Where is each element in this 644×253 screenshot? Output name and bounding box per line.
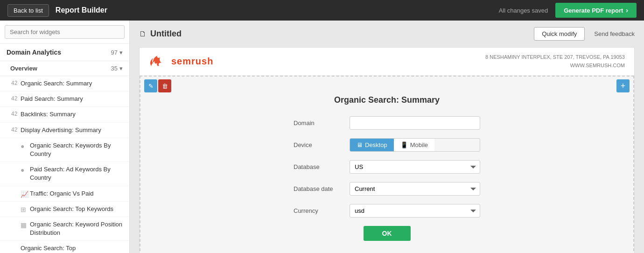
page-header: 🗋 Untitled Quick modify Send feedback [130, 21, 644, 47]
item-label: Organic Search: Top Keywords [30, 205, 123, 213]
bar-icon: ▦ [21, 221, 27, 227]
database-select-wrapper: US UK CA AU DE FR [350, 160, 480, 174]
desktop-button[interactable]: 🖥 Desktop [350, 139, 394, 151]
page-title: Untitled [150, 29, 182, 39]
item-number: 42 [7, 110, 19, 118]
mobile-label: Mobile [410, 141, 428, 148]
page-header-right: Quick modify Send feedback [534, 27, 635, 41]
sidebar: Domain Analytics 97 ▾ Overview 35 ▾ 42 O… [0, 21, 130, 253]
overview-label: Overview [10, 65, 37, 72]
list-item[interactable]: Organic Search: Top [0, 241, 129, 253]
list-item[interactable]: 42 Display Advertising: Summary [0, 123, 129, 138]
page-title-area: 🗋 Untitled [139, 29, 182, 39]
add-widget-button[interactable]: + [616, 79, 630, 92]
list-item[interactable]: ● Paid Search: Ad Keywords By Country [0, 162, 129, 186]
widget-form: Organic Search: Summary Domain Device [140, 76, 634, 253]
logo-flame-icon [149, 56, 168, 68]
mobile-icon: 📱 [400, 141, 408, 148]
company-address: 8 NESHAMINY INTERPLEX, STE 207, TREVOSE,… [485, 53, 625, 70]
send-feedback-link[interactable]: Send feedback [594, 30, 635, 37]
save-status: All changes saved [499, 7, 548, 14]
form-title: Organic Search: Summary [150, 95, 624, 105]
form-row-domain: Domain [294, 116, 480, 130]
item-number: 42 [7, 79, 19, 87]
device-toggle-wrapper: 🖥 Desktop 📱 Mobile [350, 138, 480, 152]
item-number: 42 [7, 95, 19, 103]
database-label: Database [294, 163, 350, 170]
item-label: Organic Search: Summary [21, 79, 123, 88]
currency-select[interactable]: usd eur gbp [350, 204, 480, 218]
app-title: Report Builder [56, 6, 107, 14]
device-label: Device [294, 141, 350, 148]
back-to-list-button[interactable]: Back to list [7, 4, 49, 17]
domain-input[interactable] [350, 116, 480, 130]
item-label: Organic Search: Keywords By Country [30, 141, 123, 158]
sidebar-search-area [0, 21, 129, 44]
list-item[interactable]: 42 Paid Search: Summary [0, 91, 129, 107]
search-input[interactable] [5, 25, 125, 39]
item-label: Organic Search: Keyword Position Distrib… [30, 220, 123, 237]
database-date-select[interactable]: Current Previous [350, 182, 480, 196]
circle-icon: ● [21, 166, 27, 172]
logo-text: semrush [171, 56, 213, 67]
domain-label: Domain [294, 119, 350, 126]
currency-label: Currency [294, 207, 350, 214]
mobile-button[interactable]: 📱 Mobile [394, 139, 434, 151]
item-label: Organic Search: Top [21, 244, 123, 253]
item-label: Traffic: Organic Vs Paid [30, 190, 123, 198]
delete-widget-button[interactable]: 🗑 [158, 79, 171, 92]
currency-select-wrapper: usd eur gbp [350, 204, 480, 218]
desktop-label: Desktop [365, 141, 387, 148]
quick-modify-button[interactable]: Quick modify [534, 27, 585, 41]
domain-analytics-count: 97 ▾ [111, 49, 123, 56]
form-row-device: Device 🖥 Desktop 📱 Mobile [294, 138, 480, 152]
generate-pdf-button[interactable]: Generate PDF report › [555, 3, 637, 18]
form-row-database: Database US UK CA AU DE FR [294, 160, 480, 174]
company-header: semrush 8 NESHAMINY INTERPLEX, STE 207, … [140, 48, 634, 76]
content-area: 🗋 Untitled Quick modify Send feedback se… [130, 21, 644, 253]
chevron-down-icon-overview: ▾ [119, 65, 123, 72]
main-layout: Domain Analytics 97 ▾ Overview 35 ▾ 42 O… [0, 21, 644, 253]
widget-toolbar: ✎ 🗑 [140, 76, 176, 96]
circle-icon: ● [21, 142, 27, 148]
list-item[interactable]: ● Organic Search: Keywords By Country [0, 138, 129, 162]
website-line: WWW.SEMRUSH.COM [485, 62, 625, 70]
item-label: Paid Search: Summary [21, 95, 123, 103]
list-item[interactable]: 42 Organic Search: Summary [0, 76, 129, 91]
database-date-label: Database date [294, 185, 350, 192]
list-item[interactable]: ⊞ Organic Search: Top Keywords [0, 202, 129, 217]
document-icon: 🗋 [139, 30, 147, 38]
sidebar-section-domain-analytics[interactable]: Domain Analytics 97 ▾ [0, 44, 129, 61]
database-select[interactable]: US UK CA AU DE FR [350, 160, 480, 174]
desktop-icon: 🖥 [357, 141, 363, 148]
report-card: semrush 8 NESHAMINY INTERPLEX, STE 207, … [139, 47, 635, 253]
list-item[interactable]: 📈 Traffic: Organic Vs Paid [0, 186, 129, 202]
address-line: 8 NESHAMINY INTERPLEX, STE 207, TREVOSE,… [485, 53, 625, 62]
chevron-down-icon: ▾ [119, 49, 123, 56]
table-icon: ⊞ [21, 205, 27, 212]
ok-button[interactable]: OK [364, 226, 411, 241]
company-logo: semrush [149, 56, 213, 68]
generate-pdf-label: Generate PDF report [564, 7, 623, 14]
widget-area: ✎ 🗑 + Organic Search: Summary Domain [140, 76, 634, 253]
chart-icon: 📈 [21, 190, 27, 197]
sidebar-subsection-overview[interactable]: Overview 35 ▾ [0, 61, 129, 76]
item-label: Backlinks: Summary [21, 110, 123, 119]
item-label: Paid Search: Ad Keywords By Country [30, 165, 123, 182]
domain-analytics-label: Domain Analytics [7, 49, 61, 56]
form-row-database-date: Database date Current Previous [294, 182, 480, 196]
form-row-currency: Currency usd eur gbp [294, 204, 480, 218]
overview-count: 35 ▾ [111, 65, 123, 72]
list-item[interactable]: 42 Backlinks: Summary [0, 107, 129, 122]
top-navigation: Back to list Report Builder All changes … [0, 0, 644, 21]
domain-input-wrapper [350, 116, 480, 130]
list-item[interactable]: ▦ Organic Search: Keyword Position Distr… [0, 217, 129, 241]
database-date-select-wrapper: Current Previous [350, 182, 480, 196]
device-toggle: 🖥 Desktop 📱 Mobile [350, 138, 480, 152]
ok-row: OK [150, 226, 624, 241]
edit-widget-button[interactable]: ✎ [144, 79, 157, 92]
arrow-icon: › [626, 7, 628, 14]
item-number: 42 [7, 126, 19, 134]
item-label: Display Advertising: Summary [21, 126, 123, 134]
